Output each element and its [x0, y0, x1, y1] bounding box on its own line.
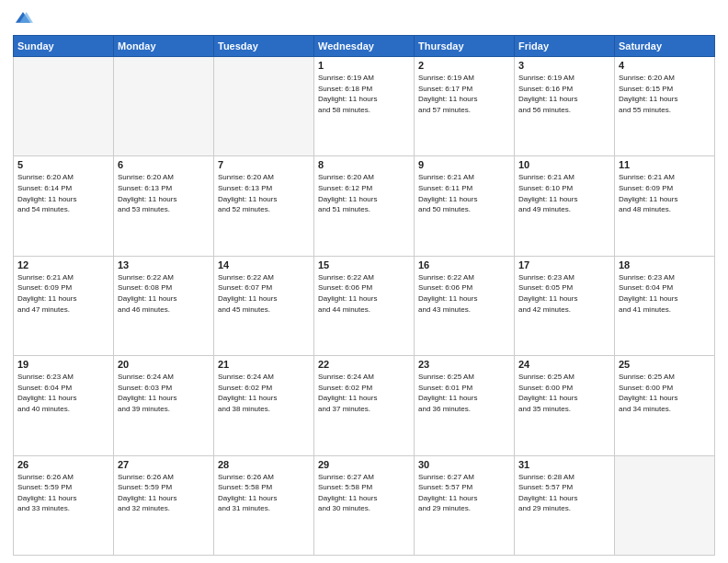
- day-info: Sunrise: 6:24 AM Sunset: 6:02 PM Dayligh…: [218, 372, 310, 414]
- day-cell: 29Sunrise: 6:27 AM Sunset: 5:58 PM Dayli…: [314, 455, 415, 555]
- day-cell: 25Sunrise: 6:25 AM Sunset: 6:00 PM Dayli…: [615, 356, 715, 455]
- day-cell: 1Sunrise: 6:19 AM Sunset: 6:18 PM Daylig…: [314, 57, 415, 156]
- day-info: Sunrise: 6:23 AM Sunset: 6:04 PM Dayligh…: [17, 372, 109, 414]
- day-number: 1: [318, 60, 410, 71]
- day-cell: [214, 57, 314, 156]
- day-cell: 8Sunrise: 6:20 AM Sunset: 6:12 PM Daylig…: [314, 156, 415, 256]
- day-cell: 4Sunrise: 6:20 AM Sunset: 6:15 PM Daylig…: [615, 57, 715, 156]
- day-cell: 30Sunrise: 6:27 AM Sunset: 5:57 PM Dayli…: [415, 455, 515, 555]
- day-info: Sunrise: 6:20 AM Sunset: 6:15 PM Dayligh…: [619, 73, 711, 115]
- day-number: 6: [118, 159, 210, 170]
- day-number: 19: [17, 359, 109, 370]
- logo: [13, 9, 35, 29]
- day-cell: 20Sunrise: 6:24 AM Sunset: 6:03 PM Dayli…: [114, 356, 214, 455]
- day-info: Sunrise: 6:20 AM Sunset: 6:14 PM Dayligh…: [17, 172, 109, 214]
- day-cell: 31Sunrise: 6:28 AM Sunset: 5:57 PM Dayli…: [515, 455, 615, 555]
- day-number: 31: [518, 459, 610, 470]
- day-number: 3: [518, 60, 610, 71]
- day-number: 30: [418, 459, 510, 470]
- week-row-1: 1Sunrise: 6:19 AM Sunset: 6:18 PM Daylig…: [14, 57, 715, 156]
- col-header-wednesday: Wednesday: [314, 36, 415, 57]
- day-info: Sunrise: 6:27 AM Sunset: 5:57 PM Dayligh…: [418, 472, 510, 514]
- day-cell: 12Sunrise: 6:21 AM Sunset: 6:09 PM Dayli…: [14, 256, 114, 355]
- day-number: 24: [518, 359, 610, 370]
- day-number: 8: [318, 159, 410, 170]
- day-cell: 9Sunrise: 6:21 AM Sunset: 6:11 PM Daylig…: [415, 156, 515, 256]
- day-cell: 24Sunrise: 6:25 AM Sunset: 6:00 PM Dayli…: [515, 356, 615, 455]
- day-number: 14: [218, 259, 310, 270]
- day-number: 17: [518, 259, 610, 270]
- day-number: 2: [418, 60, 510, 71]
- day-cell: 5Sunrise: 6:20 AM Sunset: 6:14 PM Daylig…: [14, 156, 114, 256]
- col-header-friday: Friday: [515, 36, 615, 57]
- day-info: Sunrise: 6:25 AM Sunset: 6:00 PM Dayligh…: [619, 372, 711, 414]
- day-cell: [114, 57, 214, 156]
- day-number: 4: [619, 60, 711, 71]
- day-number: 12: [17, 259, 109, 270]
- day-info: Sunrise: 6:22 AM Sunset: 6:08 PM Dayligh…: [118, 272, 210, 315]
- day-info: Sunrise: 6:23 AM Sunset: 6:04 PM Dayligh…: [619, 272, 711, 315]
- day-number: 21: [218, 359, 310, 370]
- day-cell: 13Sunrise: 6:22 AM Sunset: 6:08 PM Dayli…: [114, 256, 214, 355]
- day-cell: 18Sunrise: 6:23 AM Sunset: 6:04 PM Dayli…: [615, 256, 715, 355]
- logo-icon: [13, 9, 33, 29]
- day-info: Sunrise: 6:22 AM Sunset: 6:07 PM Dayligh…: [218, 272, 310, 315]
- day-number: 15: [318, 259, 410, 270]
- day-number: 5: [17, 159, 109, 170]
- day-info: Sunrise: 6:24 AM Sunset: 6:03 PM Dayligh…: [118, 372, 210, 414]
- week-row-2: 5Sunrise: 6:20 AM Sunset: 6:14 PM Daylig…: [14, 156, 715, 256]
- week-row-4: 19Sunrise: 6:23 AM Sunset: 6:04 PM Dayli…: [14, 356, 715, 455]
- day-cell: 27Sunrise: 6:26 AM Sunset: 5:59 PM Dayli…: [114, 455, 214, 555]
- day-number: 9: [418, 159, 510, 170]
- day-cell: 3Sunrise: 6:19 AM Sunset: 6:16 PM Daylig…: [515, 57, 615, 156]
- day-cell: 22Sunrise: 6:24 AM Sunset: 6:02 PM Dayli…: [314, 356, 415, 455]
- day-info: Sunrise: 6:20 AM Sunset: 6:13 PM Dayligh…: [118, 172, 210, 214]
- day-number: 10: [518, 159, 610, 170]
- day-cell: 15Sunrise: 6:22 AM Sunset: 6:06 PM Dayli…: [314, 256, 415, 355]
- day-number: 27: [118, 459, 210, 470]
- header: [13, 9, 715, 29]
- week-row-3: 12Sunrise: 6:21 AM Sunset: 6:09 PM Dayli…: [14, 256, 715, 355]
- day-info: Sunrise: 6:19 AM Sunset: 6:18 PM Dayligh…: [318, 73, 410, 115]
- day-number: 25: [619, 359, 711, 370]
- day-info: Sunrise: 6:28 AM Sunset: 5:57 PM Dayligh…: [518, 472, 610, 514]
- day-info: Sunrise: 6:22 AM Sunset: 6:06 PM Dayligh…: [318, 272, 410, 315]
- day-cell: 2Sunrise: 6:19 AM Sunset: 6:17 PM Daylig…: [415, 57, 515, 156]
- day-info: Sunrise: 6:23 AM Sunset: 6:05 PM Dayligh…: [518, 272, 610, 315]
- day-cell: 10Sunrise: 6:21 AM Sunset: 6:10 PM Dayli…: [515, 156, 615, 256]
- day-info: Sunrise: 6:24 AM Sunset: 6:02 PM Dayligh…: [318, 372, 410, 414]
- day-cell: [14, 57, 114, 156]
- day-number: 22: [318, 359, 410, 370]
- day-info: Sunrise: 6:21 AM Sunset: 6:09 PM Dayligh…: [17, 272, 109, 315]
- col-header-tuesday: Tuesday: [214, 36, 314, 57]
- day-cell: 28Sunrise: 6:26 AM Sunset: 5:58 PM Dayli…: [214, 455, 314, 555]
- day-cell: 26Sunrise: 6:26 AM Sunset: 5:59 PM Dayli…: [14, 455, 114, 555]
- day-cell: 16Sunrise: 6:22 AM Sunset: 6:06 PM Dayli…: [415, 256, 515, 355]
- day-number: 7: [218, 159, 310, 170]
- day-cell: 11Sunrise: 6:21 AM Sunset: 6:09 PM Dayli…: [615, 156, 715, 256]
- day-number: 16: [418, 259, 510, 270]
- day-info: Sunrise: 6:19 AM Sunset: 6:17 PM Dayligh…: [418, 73, 510, 115]
- day-number: 28: [218, 459, 310, 470]
- day-cell: 19Sunrise: 6:23 AM Sunset: 6:04 PM Dayli…: [14, 356, 114, 455]
- day-info: Sunrise: 6:21 AM Sunset: 6:09 PM Dayligh…: [619, 172, 711, 214]
- day-info: Sunrise: 6:21 AM Sunset: 6:11 PM Dayligh…: [418, 172, 510, 214]
- day-info: Sunrise: 6:20 AM Sunset: 6:12 PM Dayligh…: [318, 172, 410, 214]
- day-info: Sunrise: 6:26 AM Sunset: 5:58 PM Dayligh…: [218, 472, 310, 514]
- day-info: Sunrise: 6:25 AM Sunset: 6:01 PM Dayligh…: [418, 372, 510, 414]
- col-header-saturday: Saturday: [615, 36, 715, 57]
- day-cell: 7Sunrise: 6:20 AM Sunset: 6:13 PM Daylig…: [214, 156, 314, 256]
- day-info: Sunrise: 6:19 AM Sunset: 6:16 PM Dayligh…: [518, 73, 610, 115]
- day-number: 29: [318, 459, 410, 470]
- day-number: 26: [17, 459, 109, 470]
- day-info: Sunrise: 6:26 AM Sunset: 5:59 PM Dayligh…: [118, 472, 210, 514]
- day-number: 23: [418, 359, 510, 370]
- col-header-thursday: Thursday: [415, 36, 515, 57]
- day-info: Sunrise: 6:27 AM Sunset: 5:58 PM Dayligh…: [318, 472, 410, 514]
- day-info: Sunrise: 6:22 AM Sunset: 6:06 PM Dayligh…: [418, 272, 510, 315]
- day-cell: 23Sunrise: 6:25 AM Sunset: 6:01 PM Dayli…: [415, 356, 515, 455]
- day-info: Sunrise: 6:20 AM Sunset: 6:13 PM Dayligh…: [218, 172, 310, 214]
- day-info: Sunrise: 6:25 AM Sunset: 6:00 PM Dayligh…: [518, 372, 610, 414]
- week-row-5: 26Sunrise: 6:26 AM Sunset: 5:59 PM Dayli…: [14, 455, 715, 555]
- col-header-sunday: Sunday: [14, 36, 114, 57]
